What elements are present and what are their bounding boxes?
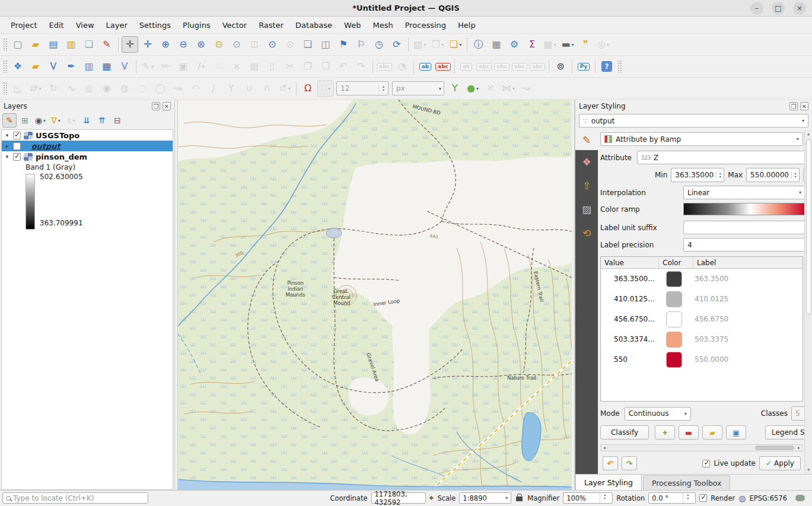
- new-project-button[interactable]: ▢: [9, 36, 26, 53]
- color-swatch[interactable]: [666, 352, 682, 368]
- offset-curve-button[interactable]: ◠: [187, 80, 204, 97]
- float-panel-icon[interactable]: ❐: [152, 102, 160, 110]
- menu-processing[interactable]: Processing: [399, 18, 452, 32]
- snapping-units[interactable]: px▾: [392, 81, 444, 96]
- identify-features-button[interactable]: ⓘ: [470, 36, 487, 53]
- pin-labels-button[interactable]: ab: [458, 58, 475, 75]
- map-canvas[interactable]: MOUND RD Pinson Indian Mounds Great Cent…: [178, 100, 572, 490]
- close-button[interactable]: ×: [793, 2, 806, 15]
- scale-select[interactable]: 1:8890 ▾: [459, 492, 511, 504]
- remove-layer-button[interactable]: ⊟: [110, 113, 125, 128]
- undo-button[interactable]: ↶: [335, 58, 352, 75]
- metasearch-button[interactable]: ⊚: [552, 58, 569, 75]
- layer-visibility-checkbox[interactable]: [13, 153, 21, 161]
- class-value[interactable]: 410.0125...: [601, 295, 659, 303]
- split-features-button[interactable]: ∕: [205, 80, 222, 97]
- python-console-button[interactable]: Py: [575, 58, 592, 75]
- pan-map-button[interactable]: ✛: [122, 36, 138, 53]
- load-ramp-button[interactable]: ▰: [702, 425, 722, 440]
- rotate-label-button[interactable]: abc: [511, 58, 528, 75]
- save-layer-edits-button[interactable]: ▣: [175, 58, 192, 75]
- snap-on-intersection-button[interactable]: ⋈▾: [500, 80, 517, 97]
- layer-name[interactable]: USGSTopo: [36, 131, 79, 140]
- extents-icon[interactable]: ⌖: [429, 493, 434, 503]
- collapse-all-button[interactable]: ⇈: [95, 113, 109, 128]
- magnifier-spinbox[interactable]: 100% ▴▾: [563, 492, 613, 504]
- symbology-tab[interactable]: ✎: [575, 130, 598, 150]
- zoom-next-button[interactable]: ⊙: [282, 36, 298, 53]
- cad-tools-button[interactable]: ◺: [9, 80, 26, 97]
- expand-all-button[interactable]: ⇊: [79, 113, 94, 128]
- history-tab[interactable]: ⟲: [575, 221, 598, 245]
- layer-diagram-button[interactable]: abc: [435, 58, 451, 75]
- locate-input[interactable]: [13, 494, 145, 502]
- show-spatial-bookmarks-button[interactable]: ⚐: [353, 36, 370, 53]
- apply-button[interactable]: ✓ Apply: [759, 456, 801, 470]
- label-precision-field[interactable]: 4: [683, 238, 804, 252]
- vertex-tool-button[interactable]: ⨯: [228, 58, 245, 75]
- zoom-full-button[interactable]: ⊛: [193, 36, 209, 53]
- digitize-segment-button[interactable]: ∕▾: [193, 58, 209, 75]
- tab-layer-styling[interactable]: Layer Styling: [575, 474, 642, 490]
- menu-help[interactable]: Help: [452, 18, 482, 32]
- label-unit-suffix-field[interactable]: [683, 221, 804, 234]
- select-features-button[interactable]: ▧▾: [412, 36, 428, 53]
- live-update-checkbox[interactable]: [702, 460, 710, 467]
- snapping-modes-button[interactable]: ∷▾: [317, 80, 334, 97]
- zoom-out-button[interactable]: ⊖: [175, 36, 192, 53]
- zoom-to-selection-button[interactable]: ⊙: [211, 36, 227, 53]
- interpolation-select[interactable]: Linear ▾: [683, 186, 804, 199]
- layer-name[interactable]: pinson_dem: [36, 152, 87, 161]
- crs-globe-icon[interactable]: ◍: [738, 494, 746, 503]
- open-layer-styling-button[interactable]: ✎: [2, 113, 17, 128]
- color-swatch[interactable]: [666, 332, 682, 348]
- scrollbar-thumb[interactable]: [755, 445, 794, 450]
- maximize-button[interactable]: □: [772, 2, 785, 15]
- new-print-layout-button[interactable]: ▥: [63, 36, 79, 53]
- add-part-button[interactable]: ◉: [98, 80, 115, 97]
- classes-spinbox[interactable]: 5: [791, 406, 804, 421]
- color-swatch[interactable]: [666, 271, 682, 287]
- new-gpx-layer-button[interactable]: V: [116, 58, 133, 75]
- avoid-overlap-button[interactable]: ●▾: [464, 80, 481, 97]
- tab-processing-toolbox[interactable]: Processing Toolbox: [643, 475, 731, 490]
- mode-select[interactable]: Continuous ▾: [625, 407, 691, 421]
- layer-row-output[interactable]: ▸ ∵ output: [2, 141, 173, 151]
- style-manager-button[interactable]: ✎: [98, 36, 115, 53]
- run-feature-action-button[interactable]: ◎▾: [595, 36, 612, 53]
- spin-down-icon[interactable]: ▾: [795, 175, 797, 179]
- measure-line-button[interactable]: ▬▾: [559, 36, 576, 53]
- temporal-controller-button[interactable]: ◷: [371, 36, 387, 53]
- horizontal-scrollbar[interactable]: ◂ ▸: [600, 444, 803, 451]
- messages-icon[interactable]: [795, 495, 805, 501]
- attribute-field[interactable]: 123 Z: [637, 151, 804, 164]
- merge-attributes-button[interactable]: ∩: [259, 80, 275, 97]
- open-project-button[interactable]: ▰: [27, 36, 44, 53]
- elevation-tab[interactable]: ⇧: [575, 174, 598, 198]
- tree-collapsed-icon[interactable]: ▸: [4, 143, 10, 149]
- menu-view[interactable]: View: [70, 18, 100, 32]
- new-temporary-scratch-layer-button[interactable]: ✒: [63, 58, 79, 75]
- spin-down-icon[interactable]: ▾: [687, 497, 689, 500]
- copy-features-button[interactable]: ❐: [300, 58, 316, 75]
- open-attribute-table-button[interactable]: ▦▾: [542, 36, 558, 53]
- rotation-spinbox[interactable]: 0.0 ° ▴▾: [648, 492, 696, 504]
- tree-expand-icon[interactable]: ▾: [4, 154, 10, 160]
- delete-ring-button[interactable]: ◌: [134, 80, 151, 97]
- remove-class-button[interactable]: ▬: [679, 425, 699, 440]
- layer-name[interactable]: output: [31, 142, 60, 151]
- class-value[interactable]: 456.6750...: [601, 315, 659, 323]
- highlight-pinned-labels-button[interactable]: abc: [476, 58, 492, 75]
- zoom-to-layer-button[interactable]: ⊙: [228, 36, 245, 53]
- processing-options-button[interactable]: ⚙: [506, 36, 523, 53]
- layer-labeling-button[interactable]: ab: [417, 58, 434, 75]
- close-panel-icon[interactable]: ✕: [800, 102, 808, 110]
- max-spinbox[interactable]: 550.00000 ▴▾: [746, 168, 800, 182]
- styling-layer-select[interactable]: ∵ output ▾: [579, 114, 808, 128]
- save-ramp-button[interactable]: ▣: [726, 425, 746, 440]
- help-contents-button[interactable]: ?: [598, 58, 615, 75]
- class-label[interactable]: 410.0125: [693, 295, 803, 303]
- classify-button[interactable]: Classify: [600, 425, 649, 440]
- menu-database[interactable]: Database: [289, 18, 338, 32]
- layer-row-usgstopo[interactable]: ▾ USGSTopo: [2, 130, 173, 141]
